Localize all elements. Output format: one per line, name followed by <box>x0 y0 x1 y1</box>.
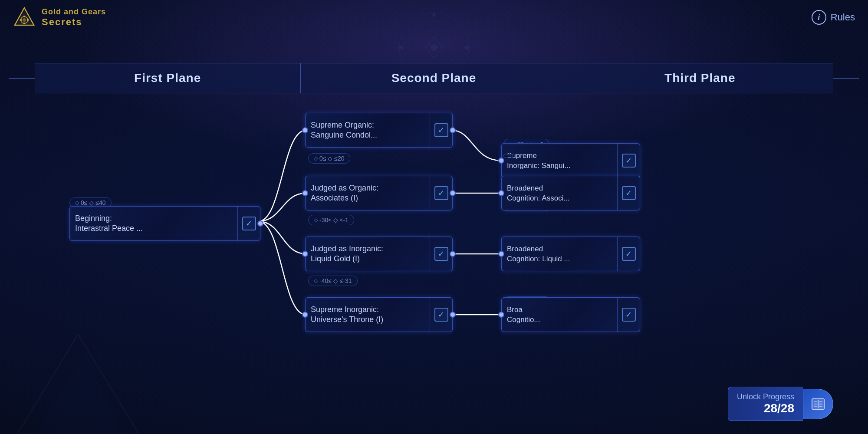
check-box-judged-inorganic: ✓ <box>434 247 448 261</box>
condition-judged-organic: ◇ 0≤ ◇ ≤20 <box>308 153 350 164</box>
node-supreme-organic[interactable]: Supreme Organic: Sanguine Condol... ✓ <box>305 113 453 148</box>
node-supreme-inorganic-right-dot <box>450 312 456 318</box>
logo-area: Gold and Gears Secrets <box>13 6 106 29</box>
node-judged-organic[interactable]: Judged as Organic: Associates (I) ✓ <box>305 176 453 210</box>
node-judged-organic-text: Judged as Organic: Associates (I) <box>306 180 430 207</box>
svg-point-19 <box>23 18 26 22</box>
node-tp-sangui-left-dot <box>498 158 504 164</box>
col-label-second: Second Plane <box>391 71 477 85</box>
svg-rect-23 <box>27 19 29 21</box>
unlock-count: 28/28 <box>737 401 794 415</box>
check-box-tp-universe: ✓ <box>622 308 636 322</box>
node-tp-associ-check: ✓ <box>617 176 640 210</box>
rules-label: Rules <box>831 12 855 23</box>
info-icon: i <box>812 10 826 25</box>
col-label-first: First Plane <box>134 71 201 85</box>
node-beginning-right-dot <box>257 220 263 227</box>
unlock-progress: Unlock Progress 28/28 <box>728 387 833 421</box>
check-box-tp-sangui: ✓ <box>622 154 636 168</box>
col-header-third-plane: Third Plane <box>567 63 833 93</box>
node-judged-inorganic-text: Judged as Inorganic: Liquid Gold (I) <box>306 240 430 268</box>
unlock-icon-button[interactable] <box>803 389 833 419</box>
node-tp-broadened-associ[interactable]: Broadened Cognition: Associ... ✓ <box>501 176 640 210</box>
check-box-supreme-inorganic: ✓ <box>434 308 448 322</box>
svg-rect-21 <box>23 23 25 24</box>
node-tp-associ-text: Broadened Cognition: Associ... <box>502 180 617 207</box>
check-box-supreme-organic: ✓ <box>434 123 448 137</box>
col-label-third: Third Plane <box>664 71 735 85</box>
node-tp-liquid-left-dot <box>498 251 504 257</box>
rules-button[interactable]: i Rules <box>812 10 855 25</box>
check-box-judged-organic: ✓ <box>434 186 448 200</box>
col-header-first-plane: First Plane <box>35 63 301 93</box>
node-tp-broadened-liquid[interactable]: Broadened Cognition: Liquid ... ✓ <box>501 237 640 271</box>
node-tp-universe-check: ✓ <box>617 298 640 332</box>
node-judged-inorganic-right-dot <box>450 251 456 257</box>
svg-rect-20 <box>23 16 25 17</box>
svg-marker-10 <box>465 46 471 50</box>
check-box-tp-liquid: ✓ <box>622 247 636 261</box>
node-judged-organic-left-dot <box>302 190 308 196</box>
book-icon <box>810 396 826 412</box>
condition-supreme-inorganic-text: -40≤ ◇ ≤-31 <box>319 277 352 284</box>
node-judged-organic-check: ✓ <box>430 176 452 210</box>
condition-beginning-text: 0≤ ◇ ≤40 <box>81 199 106 206</box>
node-tp-supreme-inorganic-sangui[interactable]: Supreme Inorganic: Sangui... ✓ <box>501 143 640 178</box>
logo-text: Gold and Gears Secrets <box>42 7 106 28</box>
node-tp-broadened-universe[interactable]: Broa Cognitio... ✓ <box>501 297 640 332</box>
logo-icon <box>13 6 36 29</box>
header: Gold and Gears Secrets i Rules <box>0 0 868 35</box>
node-judged-organic-right-dot <box>450 190 456 196</box>
node-beginning-check: ✓ <box>237 207 260 240</box>
condition-judged-organic-text: 0≤ ◇ ≤20 <box>319 155 345 162</box>
node-supreme-organic-left-dot <box>302 127 308 133</box>
node-tp-associ-left-dot <box>498 190 504 196</box>
node-beginning-text: Beginning: Interastral Peace ... <box>70 210 237 237</box>
condition-judged-inorganic-text: -30≤ ◇ ≤-1 <box>319 217 349 224</box>
unlock-label: Unlock Progress <box>737 392 794 401</box>
svg-point-12 <box>431 44 437 51</box>
check-box-tp-associ: ✓ <box>622 186 636 200</box>
node-supreme-organic-text: Supreme Organic: Sanguine Condol... <box>306 117 430 144</box>
condition-judged-inorganic: ◇ -30≤ ◇ ≤-1 <box>308 215 354 225</box>
node-judged-inorganic-check: ✓ <box>430 237 452 271</box>
tree-area: ◇ 0≤ ◇ ≤40 Beginning: Interastral Peace … <box>35 93 833 425</box>
node-supreme-organic-check: ✓ <box>430 113 452 147</box>
node-supreme-inorganic-text: Supreme Inorganic: Universe's Throne (I) <box>306 301 430 329</box>
col-header-second-plane: Second Plane <box>301 63 567 93</box>
node-supreme-inorganic-check: ✓ <box>430 298 452 332</box>
node-judged-inorganic-left-dot <box>302 251 308 257</box>
app-subtitle: Secrets <box>42 16 106 28</box>
node-tp-universe-text: Broa Cognitio... <box>502 301 617 329</box>
node-tp-liquid-text: Broadened Cognition: Liquid ... <box>502 240 617 268</box>
node-supreme-inorganic[interactable]: Supreme Inorganic: Universe's Throne (I)… <box>305 297 453 332</box>
unlock-text-box: Unlock Progress 28/28 <box>728 387 803 421</box>
node-tp-sangui-text: Supreme Inorganic: Sangui... <box>502 147 617 174</box>
condition-supreme-inorganic: ◇ -40≤ ◇ ≤-31 <box>308 276 358 286</box>
node-supreme-inorganic-left-dot <box>302 312 308 318</box>
node-tp-sangui-check: ✓ <box>617 144 640 178</box>
condition-tp-associ <box>503 154 515 158</box>
header-line-right <box>833 78 859 79</box>
node-beginning[interactable]: Beginning: Interastral Peace ... ✓ <box>69 206 260 241</box>
columns-header: First Plane Second Plane Third Plane <box>35 63 833 93</box>
app-title: Gold and Gears <box>42 7 106 16</box>
check-box-beginning: ✓ <box>242 217 256 230</box>
svg-marker-9 <box>397 46 403 50</box>
header-line-left <box>9 78 35 79</box>
node-tp-universe-left-dot <box>498 312 504 318</box>
node-supreme-organic-right-dot <box>450 127 456 133</box>
node-tp-liquid-check: ✓ <box>617 237 640 271</box>
svg-rect-22 <box>20 19 22 21</box>
node-judged-inorganic[interactable]: Judged as Inorganic: Liquid Gold (I) ✓ <box>305 237 453 271</box>
